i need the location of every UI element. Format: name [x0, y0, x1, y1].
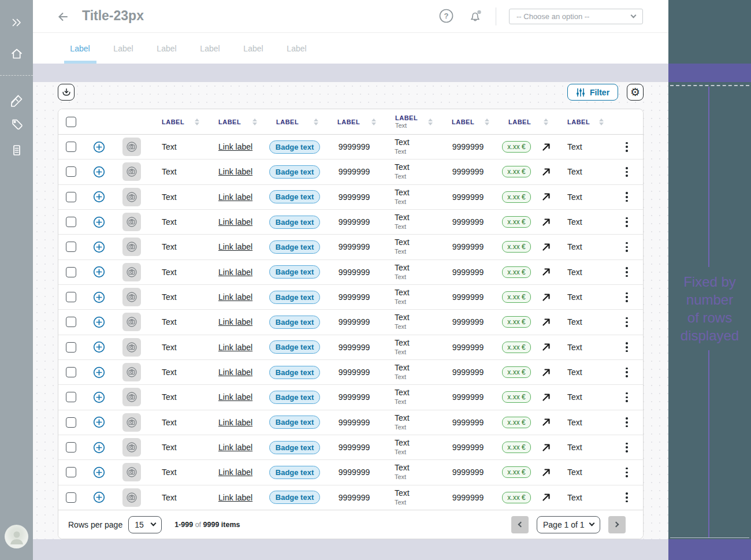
- row-checkbox[interactable]: [66, 192, 76, 202]
- column-header-6[interactable]: LABEL: [440, 109, 496, 134]
- download-button[interactable]: [58, 84, 75, 101]
- tab-2[interactable]: Label: [102, 33, 145, 64]
- overflow-menu-icon[interactable]: [623, 489, 630, 506]
- row-link[interactable]: Link label: [218, 443, 252, 452]
- row-checkbox[interactable]: [66, 367, 76, 377]
- home-icon[interactable]: [0, 47, 33, 61]
- external-arrow-icon[interactable]: [541, 167, 551, 177]
- external-arrow-icon[interactable]: [541, 368, 551, 377]
- row-link[interactable]: Link label: [218, 242, 252, 251]
- row-checkbox[interactable]: [66, 267, 76, 277]
- overflow-menu-icon[interactable]: [623, 264, 630, 280]
- overflow-menu-icon[interactable]: [623, 214, 630, 230]
- add-circle-icon[interactable]: [92, 441, 106, 454]
- tab-1[interactable]: Label: [58, 33, 102, 64]
- tab-6[interactable]: Label: [275, 33, 318, 64]
- add-circle-icon[interactable]: [92, 216, 106, 229]
- sort-icon[interactable]: [314, 118, 318, 125]
- add-circle-icon[interactable]: [92, 391, 106, 404]
- expand-sidebar-icon[interactable]: [0, 16, 33, 29]
- column-header-7[interactable]: LABEL: [496, 109, 555, 134]
- row-checkbox[interactable]: [66, 242, 76, 252]
- tab-3[interactable]: Label: [145, 33, 188, 64]
- overflow-menu-icon[interactable]: [623, 289, 630, 305]
- sort-icon[interactable]: [485, 118, 489, 125]
- column-header-5[interactable]: LABEL Text: [383, 109, 440, 134]
- user-avatar[interactable]: [5, 525, 28, 548]
- add-circle-icon[interactable]: [92, 466, 106, 479]
- select-all-checkbox[interactable]: [66, 117, 76, 127]
- settings-button[interactable]: ⚙: [627, 84, 644, 101]
- add-circle-icon[interactable]: [92, 316, 106, 329]
- external-arrow-icon[interactable]: [541, 417, 551, 427]
- row-checkbox[interactable]: [66, 417, 76, 428]
- row-checkbox[interactable]: [66, 142, 76, 152]
- row-link[interactable]: Link label: [218, 142, 252, 151]
- add-circle-icon[interactable]: [92, 265, 106, 279]
- column-header-3[interactable]: LABEL: [264, 109, 325, 134]
- external-arrow-icon[interactable]: [541, 142, 551, 152]
- next-page-button[interactable]: [608, 516, 626, 533]
- row-checkbox[interactable]: [66, 442, 76, 453]
- external-arrow-icon[interactable]: [541, 392, 551, 402]
- external-arrow-icon[interactable]: [541, 492, 551, 502]
- add-circle-icon[interactable]: [92, 416, 106, 429]
- overflow-menu-icon[interactable]: [623, 464, 630, 480]
- sort-icon[interactable]: [371, 118, 376, 125]
- external-arrow-icon[interactable]: [541, 217, 551, 227]
- external-arrow-icon[interactable]: [541, 267, 551, 277]
- rows-per-page-select[interactable]: 15: [128, 516, 162, 533]
- external-arrow-icon[interactable]: [541, 192, 551, 202]
- page-select[interactable]: Page 1 of 1: [537, 516, 600, 533]
- sort-icon[interactable]: [252, 118, 257, 125]
- row-link[interactable]: Link label: [218, 392, 252, 402]
- add-circle-icon[interactable]: [92, 366, 106, 379]
- column-header-8[interactable]: LABEL: [555, 109, 611, 134]
- column-header-4[interactable]: LABEL: [325, 109, 383, 134]
- overflow-menu-icon[interactable]: [623, 414, 630, 431]
- help-icon[interactable]: ?: [438, 8, 454, 26]
- filter-button[interactable]: Filter: [567, 84, 618, 101]
- previous-page-button[interactable]: [511, 516, 529, 533]
- add-circle-icon[interactable]: [92, 291, 106, 304]
- overflow-menu-icon[interactable]: [623, 439, 630, 455]
- external-arrow-icon[interactable]: [541, 443, 551, 453]
- external-arrow-icon[interactable]: [541, 468, 551, 477]
- row-checkbox[interactable]: [66, 467, 76, 477]
- column-header-2[interactable]: LABEL: [206, 109, 264, 134]
- design-ruler-pen-icon[interactable]: [0, 94, 33, 107]
- row-link[interactable]: Link label: [218, 343, 252, 352]
- row-checkbox[interactable]: [66, 166, 76, 177]
- external-arrow-icon[interactable]: [541, 292, 551, 302]
- overflow-menu-icon[interactable]: [623, 314, 630, 330]
- sort-icon[interactable]: [599, 118, 604, 125]
- overflow-menu-icon[interactable]: [623, 339, 630, 355]
- row-checkbox[interactable]: [66, 317, 76, 327]
- add-circle-icon[interactable]: [92, 140, 106, 154]
- overflow-menu-icon[interactable]: [623, 239, 630, 255]
- add-circle-icon[interactable]: [92, 240, 106, 254]
- row-link[interactable]: Link label: [218, 317, 252, 327]
- external-arrow-icon[interactable]: [541, 342, 551, 352]
- row-checkbox[interactable]: [66, 217, 76, 227]
- row-link[interactable]: Link label: [218, 268, 252, 277]
- row-checkbox[interactable]: [66, 292, 76, 302]
- sort-icon[interactable]: [195, 118, 199, 125]
- overflow-menu-icon[interactable]: [623, 389, 630, 405]
- overflow-menu-icon[interactable]: [623, 364, 630, 380]
- row-link[interactable]: Link label: [218, 368, 252, 377]
- document-list-icon[interactable]: [0, 143, 33, 157]
- sort-icon[interactable]: [428, 118, 433, 125]
- overflow-menu-icon[interactable]: [623, 139, 630, 155]
- row-link[interactable]: Link label: [218, 192, 252, 202]
- row-checkbox[interactable]: [66, 342, 76, 353]
- tag-icon[interactable]: [0, 118, 33, 132]
- row-link[interactable]: Link label: [218, 468, 252, 477]
- column-header-1[interactable]: LABEL: [150, 109, 206, 134]
- add-circle-icon[interactable]: [92, 165, 106, 179]
- sort-icon[interactable]: [544, 118, 548, 125]
- header-option-dropdown[interactable]: -- Choose an option --: [509, 9, 643, 24]
- tab-5[interactable]: Label: [232, 33, 275, 64]
- row-link[interactable]: Link label: [218, 493, 252, 502]
- notification-bell-icon[interactable]: [467, 8, 484, 27]
